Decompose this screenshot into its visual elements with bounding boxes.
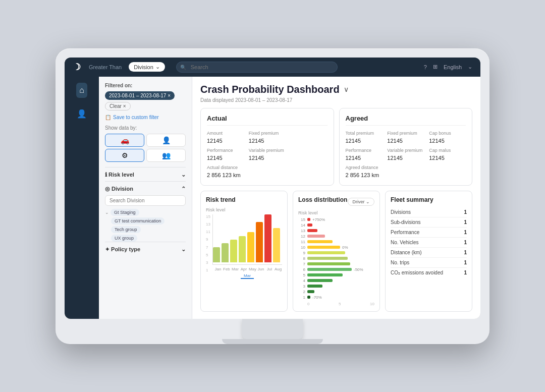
clear-filter-button[interactable]: Clear ×: [105, 102, 131, 110]
bar-jun: [256, 222, 263, 262]
monitor-stand: [242, 319, 303, 339]
bar-jan: [213, 247, 220, 262]
loss-distribution-header: Loss distribution Driver ⌄: [298, 196, 374, 207]
sidebar-user[interactable]: 👤: [74, 106, 90, 122]
bar-x-labels: Jan Feb Mar Apr May Jun Jul Aug: [212, 267, 282, 271]
loss-distribution-title: Loss distribution: [298, 196, 347, 203]
loss-bar-12: 12: [298, 234, 374, 239]
fleet-row-subdivisions: Sub-divisions 1: [391, 217, 467, 228]
driver-select[interactable]: Driver ⌄: [348, 198, 374, 206]
risk-trend-chart-label: Risk level: [206, 207, 282, 212]
actual-card-fields: Amount 12145 Fixed premium 12145 Perform…: [207, 131, 328, 179]
risk-trend-chart-wrap: 15 13 11 9 7 5 3 1: [206, 214, 282, 279]
actual-empty: [291, 131, 328, 145]
grid-icon[interactable]: ⊞: [433, 64, 438, 70]
division-section[interactable]: ◎ Division ⌃: [105, 181, 186, 195]
show-data-by-label: Show data by:: [105, 125, 186, 131]
agreed-card-title: Agreed: [346, 115, 466, 126]
sidebar: ⌂ 👤: [65, 77, 99, 319]
bottom-row: Risk trend Risk level 15 13 11 9 7 5 3: [200, 191, 472, 312]
bar-may: [247, 232, 254, 262]
division-tag-uxgroup[interactable]: UX group: [111, 235, 137, 242]
division-tag-gttest[interactable]: GT test communication: [111, 217, 165, 225]
bar-chart-area: Jan Feb Mar Apr May Jun Jul Aug: [212, 214, 282, 279]
agreed-variable-premium: Variable premium 12145: [387, 148, 424, 162]
bar-apr: [239, 236, 246, 262]
division-section-icon: ◎: [105, 186, 110, 192]
fleet-summary-title: Fleet summary: [391, 196, 467, 203]
agreed-total-premium: Total premium 12145: [346, 131, 383, 145]
loss-bar-11: 11: [298, 240, 374, 244]
risk-trend-title: Risk trend: [206, 196, 282, 203]
division-tag-techgroup[interactable]: Tech group: [111, 226, 141, 233]
greater-than-label: Greater Than: [89, 64, 122, 70]
save-to-custom-filter[interactable]: 📋 Save to custom filter: [105, 115, 186, 120]
top-navigation: ☽ Greater Than Division ⌄ ? ⊞ English ⌄: [65, 58, 480, 77]
actual-fixed-premium: Fixed premium 12145: [249, 131, 286, 145]
main-layout: ⌂ 👤 Filtered on: 2023-08-01 – 2023-08-17…: [65, 77, 480, 319]
loss-bar-8: 8: [298, 256, 374, 261]
y-axis-labels: 15 13 11 9 7 5 3 1: [206, 214, 210, 279]
agreed-cap-malus: Cap malus 12145: [429, 148, 466, 162]
loss-bar-3: 3: [298, 284, 374, 289]
left-filter-panel: Filtered on: 2023-08-01 – 2023-08-17 × C…: [99, 77, 192, 319]
search-division-input[interactable]: [105, 195, 186, 206]
loss-bar-5: 5: [298, 273, 374, 277]
agreed-card-fields: Total premium 12145 Fixed premium 12145 …: [346, 131, 466, 179]
fleet-row-divisions: Divisions 1: [391, 207, 467, 217]
collapse-icon: ⌄: [181, 172, 186, 178]
loss-bar-10: 10 0%: [298, 245, 374, 250]
page-title-caret[interactable]: ∨: [344, 85, 349, 93]
filter-date-tag[interactable]: 2023-08-01 – 2023-08-17 ×: [105, 91, 175, 100]
risk-trend-card: Risk trend Risk level 15 13 11 9 7 5 3: [200, 191, 288, 312]
page-title: Crash Probability Dashboard: [200, 84, 340, 95]
bar-feb: [222, 243, 229, 262]
actual-distance: Actual distance 2 856 123 km: [207, 165, 328, 179]
loss-bar-14: 14: [298, 223, 374, 228]
division-select[interactable]: Division ⌄: [129, 62, 165, 72]
show-by-vehicle-icon[interactable]: 🚗: [105, 134, 144, 147]
show-by-person-icon[interactable]: 👤: [146, 134, 186, 147]
show-by-gear-icon[interactable]: ⚙: [105, 149, 144, 162]
monitor-base: [222, 339, 323, 344]
loss-bar-13: 13: [298, 229, 374, 233]
loss-distribution-card: Loss distribution Driver ⌄ Risk level 15: [293, 191, 380, 312]
bar-jul: [264, 214, 271, 262]
policy-type-icon: ✦: [105, 246, 110, 252]
actual-empty2: [291, 148, 328, 162]
fleet-summary-card: Fleet summary Divisions 1 Sub-divisions …: [385, 191, 472, 312]
division-tag-gtstaging[interactable]: Gt Staging: [111, 209, 139, 216]
actual-variable-premium: Variable premium 12145: [249, 148, 286, 162]
cards-row: Actual Amount 12145 Fixed premium 12145: [200, 108, 472, 186]
bar-chart: [212, 214, 282, 265]
bar-mar: [230, 240, 237, 262]
loss-chart-label: Risk level: [298, 210, 374, 215]
fleet-row-trips: No. trips 1: [391, 258, 467, 268]
agreed-card: Agreed Total premium 12145 Fixed premium…: [339, 108, 473, 186]
logo: ☽: [73, 62, 81, 73]
fleet-row-vehicles: No. Vehicles 1: [391, 238, 467, 248]
language-caret[interactable]: ⌄: [468, 64, 472, 70]
agreed-performance: Performance 12145: [346, 148, 383, 162]
search-input[interactable]: [176, 62, 338, 73]
risk-level-section[interactable]: ℹ Risk level ⌄: [105, 167, 186, 181]
division-tags-list: ⌄ Gt Staging GT test communication Tech …: [105, 209, 186, 242]
fleet-summary-table: Divisions 1 Sub-divisions 1 Performance …: [391, 207, 467, 277]
agreed-distance: Agreed distance 2 856 123 km: [346, 165, 466, 179]
agreed-fixed-premium: Fixed premium 12145: [387, 131, 424, 145]
mar-indicator: Mar: [212, 273, 282, 279]
help-icon[interactable]: ?: [424, 64, 427, 70]
language-selector[interactable]: English: [444, 64, 462, 70]
fleet-row-co2: CO₂ emissions avoided 1: [391, 268, 467, 277]
loss-bar-2: 2: [298, 290, 374, 294]
fleet-row-distance: Distance (km) 1: [391, 248, 467, 258]
filtered-on-label: Filtered on:: [105, 83, 186, 88]
show-by-group-icon[interactable]: 👥: [146, 149, 186, 162]
actual-performance: Performance 12145: [207, 148, 244, 162]
sidebar-home[interactable]: ⌂: [76, 83, 87, 98]
policy-type-section[interactable]: ✦ Policy type ⌄: [105, 242, 186, 256]
actual-amount: Amount 12145: [207, 131, 244, 145]
collapse-division-icon: ⌃: [181, 186, 186, 192]
data-date-label: Data displayed 2023-08-01 – 2023-08-17: [200, 97, 472, 103]
actual-card: Actual Amount 12145 Fixed premium 12145: [200, 108, 334, 186]
